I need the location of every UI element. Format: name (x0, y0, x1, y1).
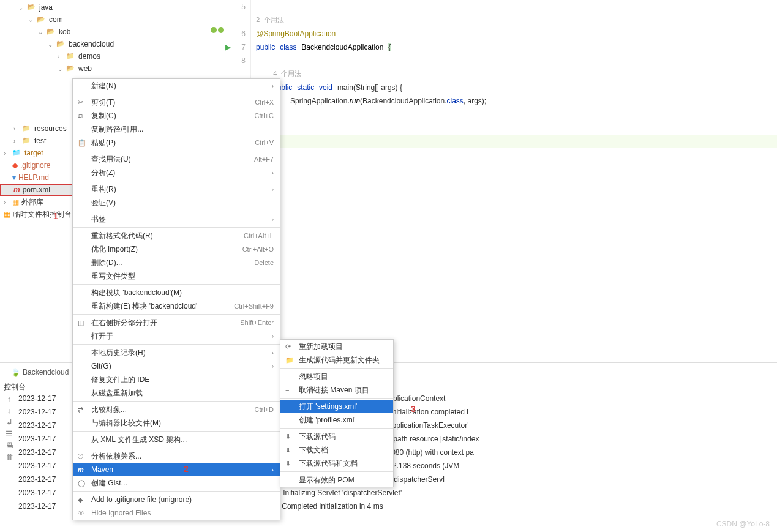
menu-repairide[interactable]: 修复文件上的 IDE (73, 373, 280, 386)
submenu-ignore[interactable]: 忽略项目 (280, 370, 393, 383)
git-icon (12, 161, 20, 170)
menu-reload[interactable]: 从磁盘重新加载 (73, 386, 280, 400)
folder-icon (47, 28, 56, 36)
menu-optimize[interactable]: 优化 import(Z)Ctrl+Alt+O (73, 242, 280, 256)
folder-icon (22, 137, 32, 145)
submenu-showpom[interactable]: 显示有效的 POM (280, 473, 393, 487)
menu-hideignored[interactable]: 👁Hide Ignored Files (73, 506, 280, 520)
menu-refactor[interactable]: 重构(R)› (73, 182, 280, 196)
tree-kob[interactable]: ⌄kob (0, 26, 202, 38)
menu-delete[interactable]: 删除(D)...Delete (73, 256, 280, 269)
code-content[interactable]: 2 个用法 @SpringBootApplication public clas… (251, 0, 777, 355)
gitignore-icon: ◆ (78, 496, 88, 504)
annotation-2: 2 (184, 464, 189, 474)
download-icon: ⬇ (285, 446, 295, 454)
menu-validate[interactable]: 验证(V) (73, 196, 280, 209)
gutter-run-icon[interactable]: ▶ (225, 40, 231, 54)
menu-openin[interactable]: 打开于› (73, 329, 280, 343)
annotation-3: 3 (411, 404, 416, 414)
menu-copypath[interactable]: 复制路径/引用... (73, 122, 280, 136)
menu-buildmod[interactable]: 构建模块 'backendcloud'(M) (73, 286, 280, 299)
log-toolbar: ↑ ↓ ↲ ☰ 🖶 🗑 (0, 392, 18, 532)
submenu-reimport[interactable]: ⟳重新加载项目 (280, 340, 393, 353)
hide-icon: 👁 (78, 509, 88, 517)
folder-icon (12, 149, 22, 157)
diff-icon: ⇄ (78, 406, 88, 414)
watermark: CSDN @YoLo-8 (716, 520, 770, 528)
context-menu: 新建(N)› ✂剪切(T)Ctrl+X ⧉复制(C)Ctrl+C 复制路径/引用… (72, 78, 280, 520)
scratch-icon (4, 210, 13, 219)
folder-icon (22, 124, 32, 133)
tree-demos[interactable]: ›demos (0, 50, 202, 62)
unlink-icon: − (285, 386, 295, 394)
gutter-bug-icon[interactable] (211, 27, 224, 33)
folder-icon (66, 52, 76, 61)
tree-java[interactable]: ⌄java (0, 1, 202, 13)
menu-findusage[interactable]: 查找用法(U)Alt+F7 (73, 152, 280, 166)
download-icon: ⬇ (285, 460, 295, 468)
menu-genxsd[interactable]: 从 XML 文件生成 XSD 架构... (73, 433, 280, 446)
menu-cut[interactable]: ✂剪切(T)Ctrl+X (73, 96, 280, 109)
log-scroll-icon[interactable]: ↓ (7, 406, 12, 415)
tree-backendcloud[interactable]: ⌄backendcloud (0, 38, 202, 50)
submenu-dlboth[interactable]: ⬇下载源代码和文档 (280, 457, 393, 470)
folder-icon (27, 3, 37, 12)
menu-bookmarks[interactable]: 书签› (73, 212, 280, 226)
submenu-dldoc[interactable]: ⬇下载文档 (280, 443, 393, 457)
console-tab-app[interactable]: Backendcloud (11, 368, 69, 377)
tree-com[interactable]: ⌄com (0, 13, 202, 26)
menu-override[interactable]: 重写文件类型 (73, 269, 280, 283)
paste-icon: 📋 (78, 139, 88, 147)
submenu-dlsrc[interactable]: ⬇下载源代码 (280, 430, 393, 443)
menu-new[interactable]: 新建(N)› (73, 79, 280, 92)
spring-icon (11, 368, 20, 377)
submenu-createprofiles[interactable]: 创建 'profiles.xml' (280, 413, 393, 427)
folder-icon (37, 15, 47, 24)
submenu-gensrc[interactable]: 📁生成源代码并更新文件夹 (280, 353, 393, 367)
github-icon: ◯ (78, 479, 88, 487)
tree-web[interactable]: ⌄web (0, 62, 202, 75)
folder-icon (66, 64, 76, 73)
annotation-1: 1 (53, 211, 58, 221)
folder-icon: 📁 (285, 356, 295, 364)
usage-hint[interactable]: 4 个用法 (256, 67, 777, 81)
menu-reformat[interactable]: 重新格式化代码(R)Ctrl+Alt+L (73, 229, 280, 242)
library-icon (12, 198, 21, 206)
submenu-opensettings[interactable]: 打开 'settings.xml' (280, 400, 393, 413)
menu-copy[interactable]: ⧉复制(C)Ctrl+C (73, 109, 280, 122)
log-wrap-icon[interactable]: ↲ (6, 418, 13, 427)
menu-compare[interactable]: ⇄比较对象...Ctrl+D (73, 403, 280, 416)
menu-paste[interactable]: 📋粘贴(P)Ctrl+V (73, 136, 280, 149)
maven-submenu: ⟳重新加载项目 📁生成源代码并更新文件夹 忽略项目 −取消链接 Maven 项目… (280, 339, 394, 487)
menu-git[interactable]: Git(G)› (73, 359, 280, 373)
menu-analyzedep[interactable]: ⦾分析依赖关系... (73, 449, 280, 463)
folder-icon (56, 40, 66, 48)
menu-rebuild[interactable]: 重新构建(E) 模块 'backendcloud'Ctrl+Shift+F9 (73, 299, 280, 313)
log-filter-icon[interactable]: ☰ (6, 429, 13, 438)
console-label[interactable]: 控制台 (4, 382, 26, 392)
graph-icon: ⦾ (78, 452, 88, 460)
usage-hint[interactable]: 2 个用法 (256, 13, 777, 27)
copy-icon: ⧉ (78, 112, 88, 120)
log-clear-icon[interactable]: 🗑 (6, 452, 13, 462)
menu-addgitignore[interactable]: ◆Add to .gitignore file (unignore) (73, 493, 280, 506)
menu-localhistory[interactable]: 本地历史记录(H)› (73, 346, 280, 359)
log-print-icon[interactable]: 🖶 (6, 441, 13, 450)
log-scroll-icon[interactable]: ↑ (7, 394, 12, 403)
cut-icon: ✂ (78, 99, 88, 107)
submenu-unlink[interactable]: −取消链接 Maven 项目 (280, 383, 393, 397)
maven-icon: m (78, 466, 88, 473)
menu-compareed[interactable]: 与编辑器比较文件(M) (73, 416, 280, 430)
menu-splitright[interactable]: ◫在右侧拆分部分打开Shift+Enter (73, 316, 280, 329)
menu-analyze[interactable]: 分析(Z)› (73, 166, 280, 179)
menu-maven[interactable]: mMaven› (73, 463, 280, 476)
download-icon: ⬇ (285, 433, 295, 441)
markdown-icon (12, 173, 18, 182)
menu-gist[interactable]: ◯创建 Gist... (73, 476, 280, 490)
split-icon: ◫ (78, 319, 88, 327)
reload-icon: ⟳ (285, 343, 295, 351)
code-editor[interactable]: 5 6 ▶7 8 2 个用法 @SpringBootApplication pu… (202, 0, 777, 355)
maven-file-icon: m (13, 185, 20, 194)
